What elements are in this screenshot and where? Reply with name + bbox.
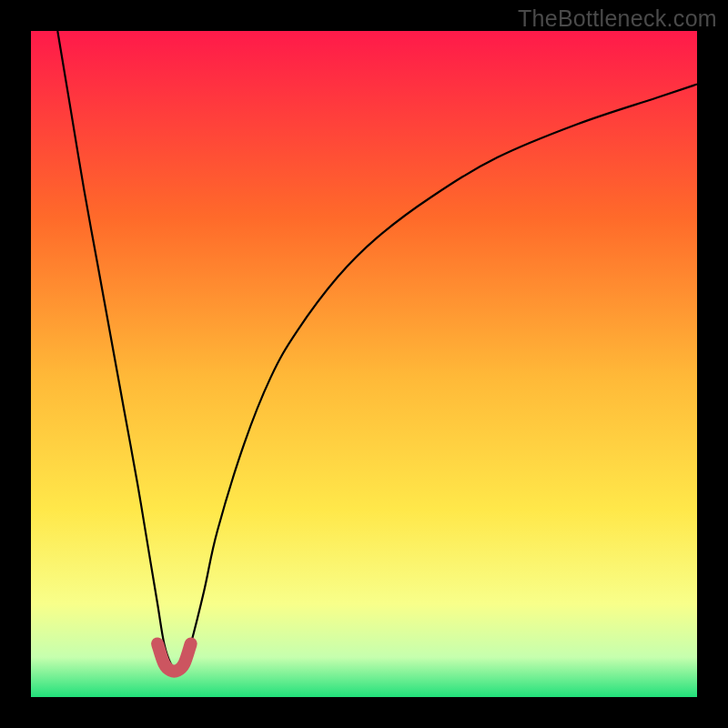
watermark-text: TheBottleneck.com <box>518 5 717 32</box>
plot-area <box>31 31 697 697</box>
curve-layer <box>31 31 697 697</box>
bottleneck-marker <box>157 643 191 671</box>
bottleneck-curve <box>57 31 697 671</box>
